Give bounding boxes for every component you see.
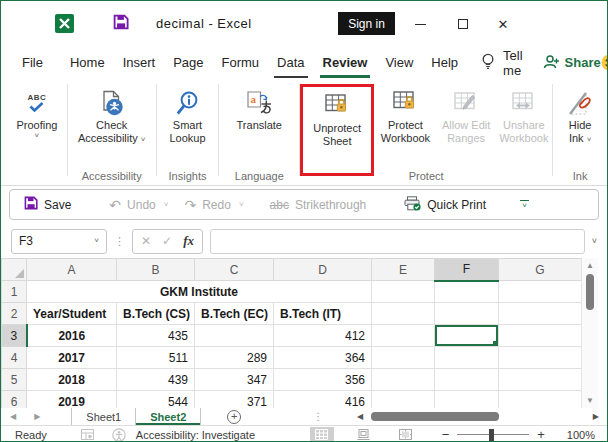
- next-sheet-icon[interactable]: ▶: [25, 412, 49, 421]
- quick-print-button[interactable]: Quick Print: [404, 196, 486, 214]
- new-sheet-button[interactable]: +: [227, 410, 241, 424]
- row-header-6[interactable]: 6: [2, 391, 27, 409]
- col-header-c[interactable]: C: [195, 259, 274, 281]
- cell-d5[interactable]: 356: [274, 369, 372, 391]
- customize-qat-button[interactable]: ˅: [520, 200, 529, 210]
- col-header-f-selected[interactable]: F: [435, 259, 499, 281]
- cell[interactable]: [499, 281, 582, 303]
- cell-d3[interactable]: 412: [274, 325, 372, 347]
- scroll-up-icon[interactable]: ▲: [582, 261, 598, 270]
- accessibility-checker-icon[interactable]: [112, 428, 126, 442]
- cell-a6[interactable]: 2019: [27, 391, 117, 409]
- macro-record-icon[interactable]: [81, 429, 94, 440]
- cell[interactable]: [435, 347, 499, 369]
- cell-b4[interactable]: 511: [117, 347, 195, 369]
- accessibility-status[interactable]: Accessibility: Investigate: [136, 429, 255, 441]
- scroll-down-icon[interactable]: ▼: [582, 396, 598, 405]
- share-button[interactable]: Share: [543, 54, 601, 72]
- cell-b3[interactable]: 435: [117, 325, 195, 347]
- minimize-button[interactable]: [411, 15, 429, 33]
- row-header-3-selected[interactable]: 3: [2, 325, 27, 347]
- insert-function-button[interactable]: fx: [183, 233, 194, 249]
- row-header-5[interactable]: 5: [2, 369, 27, 391]
- sheet-tab-sheet2[interactable]: Sheet2: [136, 408, 201, 425]
- cell-b2[interactable]: B.Tech (CS): [117, 303, 195, 325]
- tab-page-layout[interactable]: Page: [164, 46, 212, 79]
- scroll-right-icon[interactable]: ▶: [589, 412, 603, 421]
- zoom-level[interactable]: 100%: [567, 429, 595, 441]
- horizontal-scrollbar[interactable]: ◀ ▶: [353, 410, 603, 423]
- cell[interactable]: [435, 281, 499, 303]
- tab-insert[interactable]: Insert: [114, 46, 165, 79]
- tab-formulas[interactable]: Formu: [213, 46, 269, 79]
- cell[interactable]: [435, 303, 499, 325]
- close-button[interactable]: ✕: [494, 15, 512, 33]
- cell-f3-selected[interactable]: [435, 325, 499, 347]
- feedback-smiley-icon[interactable]: [601, 54, 608, 71]
- vertical-scrollbar[interactable]: ▲ ▼: [581, 258, 598, 408]
- zoom-slider[interactable]: [457, 429, 529, 441]
- proofing-button[interactable]: ABC Proofing ˅: [9, 84, 65, 140]
- cell[interactable]: [372, 303, 435, 325]
- col-header-a[interactable]: A: [27, 259, 117, 281]
- col-header-d[interactable]: D: [274, 259, 372, 281]
- horizontal-scroll-track[interactable]: [367, 412, 589, 421]
- tell-me-button[interactable]: Tell me: [481, 48, 523, 78]
- cell[interactable]: [435, 391, 499, 409]
- expand-formula-bar-icon[interactable]: ˅: [592, 236, 597, 246]
- cell[interactable]: [372, 347, 435, 369]
- page-layout-view-button[interactable]: [352, 427, 376, 442]
- cell-c2[interactable]: B.Tech (EC): [195, 303, 274, 325]
- cell[interactable]: [499, 325, 582, 347]
- page-break-preview-button[interactable]: [394, 427, 418, 442]
- cell[interactable]: [499, 303, 582, 325]
- zoom-out-button[interactable]: −: [442, 427, 450, 442]
- zoom-slider-thumb[interactable]: [489, 429, 494, 441]
- name-box[interactable]: F3 ˅: [11, 229, 107, 254]
- tab-view[interactable]: View: [376, 46, 422, 79]
- cell-d6[interactable]: 416: [274, 391, 372, 409]
- tab-file[interactable]: File: [13, 46, 61, 79]
- cell[interactable]: [372, 391, 435, 409]
- cell-a3[interactable]: 2016: [27, 325, 117, 347]
- cell[interactable]: [372, 369, 435, 391]
- cell-c4[interactable]: 289: [195, 347, 274, 369]
- vertical-scroll-thumb[interactable]: [586, 274, 594, 310]
- cell[interactable]: [499, 391, 582, 409]
- cell-a4[interactable]: 2017: [27, 347, 117, 369]
- smart-lookup-button[interactable]: Smart Lookup: [158, 84, 216, 145]
- cell-title-merged[interactable]: GKM Institute: [27, 281, 372, 303]
- cell-c5[interactable]: 347: [195, 369, 274, 391]
- cell[interactable]: [435, 369, 499, 391]
- tab-help[interactable]: Help: [422, 46, 467, 79]
- cell-a5[interactable]: 2018: [27, 369, 117, 391]
- previous-sheet-icon[interactable]: ◀: [1, 412, 25, 421]
- normal-view-button[interactable]: [310, 427, 334, 442]
- protect-workbook-button[interactable]: Protect Workbook: [374, 84, 437, 145]
- check-accessibility-button[interactable]: Check Accessibility ˅: [70, 84, 154, 145]
- cell[interactable]: [372, 325, 435, 347]
- sign-in-button[interactable]: Sign in: [338, 12, 395, 35]
- cell[interactable]: [499, 369, 582, 391]
- cell-d4[interactable]: 364: [274, 347, 372, 369]
- row-header-2[interactable]: 2: [2, 303, 27, 325]
- name-box-chevron-icon[interactable]: ˅: [94, 237, 99, 245]
- tab-home[interactable]: Home: [61, 46, 114, 79]
- translate-button[interactable]: a Translate: [223, 84, 295, 132]
- hide-ink-button[interactable]: Hide Ink ˅: [555, 84, 605, 145]
- cell[interactable]: [499, 347, 582, 369]
- horizontal-scroll-thumb[interactable]: [371, 412, 499, 421]
- cell[interactable]: [372, 281, 435, 303]
- col-header-g[interactable]: G: [499, 259, 582, 281]
- cell-d2[interactable]: B.Tech (IT): [274, 303, 372, 325]
- autosave-save-icon[interactable]: [113, 14, 129, 34]
- select-all-corner[interactable]: [2, 259, 27, 281]
- row-header-4[interactable]: 4: [2, 347, 27, 369]
- unprotect-sheet-button[interactable]: Unprotect Sheet: [305, 87, 369, 148]
- col-header-b[interactable]: B: [117, 259, 195, 281]
- zoom-in-button[interactable]: +: [537, 427, 545, 442]
- cell-a2[interactable]: Year/Student: [27, 303, 117, 325]
- cell-b6[interactable]: 544: [117, 391, 195, 409]
- scroll-left-icon[interactable]: ◀: [353, 412, 367, 421]
- formula-input[interactable]: [210, 229, 585, 254]
